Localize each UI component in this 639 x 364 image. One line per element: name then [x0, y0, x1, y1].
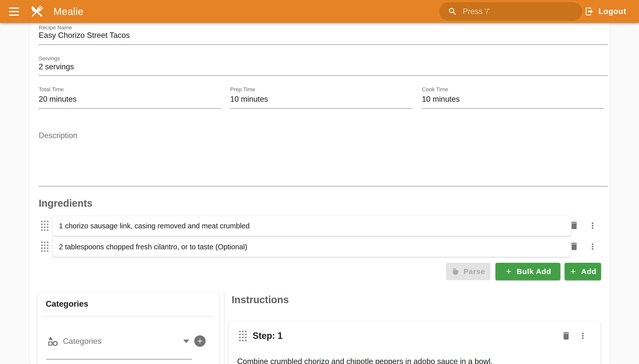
ingredient-row: [52, 237, 571, 257]
menu-button[interactable]: [8, 5, 21, 18]
ingredient-row: [52, 216, 571, 236]
drag-grip-icon: [41, 220, 49, 231]
kebab-menu-icon: [588, 242, 597, 251]
recipe-name-label: Recipe Name: [39, 24, 72, 31]
chevron-down-icon: [183, 340, 189, 343]
select-underline: [46, 359, 192, 360]
mealie-recipe-editor: Mealie Logout Recipe Name Servings Total…: [0, 0, 639, 364]
ingredient-input[interactable]: [58, 222, 565, 230]
recipe-name-input[interactable]: [39, 31, 605, 40]
parse-label: Parse: [464, 267, 485, 276]
menu-bar: [9, 11, 19, 12]
cook-time-label: Cook Time: [422, 86, 448, 93]
logout-icon: [585, 7, 594, 16]
ingredient-drag-handle[interactable]: [41, 220, 49, 232]
menu-bar: [9, 8, 19, 9]
description-label: Description: [39, 131, 77, 140]
ingredient-input[interactable]: [58, 242, 565, 251]
ingredient-menu-button[interactable]: [588, 242, 597, 252]
field-underline: [39, 75, 608, 76]
step-title: Step: 1: [253, 330, 283, 341]
bulk-add-button[interactable]: Bulk Add: [496, 263, 560, 280]
prep-time-input[interactable]: [230, 95, 410, 104]
field-underline: [39, 108, 221, 109]
instructions-heading: Instructions: [232, 294, 289, 306]
delete-step-button[interactable]: [561, 331, 571, 342]
card-divider: [42, 316, 214, 317]
trash-icon: [561, 331, 571, 341]
logout-button[interactable]: Logout: [583, 0, 628, 23]
mealie-logo-icon[interactable]: [29, 4, 45, 20]
ingredient-drag-handle[interactable]: [41, 241, 49, 253]
field-underline: [422, 108, 604, 109]
plus-icon: [505, 268, 513, 276]
prep-time-label: Prep Time: [230, 86, 255, 93]
drag-grip-icon: [239, 330, 247, 342]
field-underline: [39, 44, 608, 45]
cook-time-input[interactable]: [422, 95, 601, 104]
categories-card-title: Categories: [46, 299, 88, 309]
categories-select-placeholder: Categories: [63, 336, 102, 346]
step-drag-handle[interactable]: [239, 330, 247, 342]
ingredient-menu-button[interactable]: [588, 221, 597, 231]
shapes-icon: [47, 336, 58, 348]
step-menu-button[interactable]: [578, 331, 588, 341]
add-ingredient-button[interactable]: Add: [565, 263, 601, 280]
kebab-menu-icon: [578, 331, 588, 340]
parse-button[interactable]: Parse: [446, 263, 491, 280]
add-label: Add: [581, 267, 596, 276]
servings-input[interactable]: [39, 62, 605, 71]
menu-bar: [9, 14, 19, 16]
search-icon: [448, 7, 457, 16]
total-time-label: Total Time: [39, 86, 64, 93]
field-underline: [230, 108, 412, 109]
delete-ingredient-button[interactable]: [569, 241, 579, 252]
app-header: Mealie Logout: [0, 0, 639, 23]
plus-icon: [196, 337, 204, 345]
search-bar[interactable]: [439, 2, 582, 21]
servings-label: Servings: [39, 55, 60, 62]
column-divider: [224, 292, 225, 364]
plus-icon: [569, 268, 577, 276]
trash-icon: [569, 241, 579, 251]
app-title[interactable]: Mealie: [53, 0, 84, 23]
apple-icon: [452, 268, 460, 276]
create-category-button[interactable]: [194, 335, 206, 347]
description-textarea[interactable]: [39, 143, 606, 184]
bulk-add-label: Bulk Add: [517, 267, 551, 276]
trash-icon: [569, 220, 579, 230]
field-underline: [39, 186, 608, 186]
ingredients-heading: Ingredients: [39, 198, 93, 209]
search-input[interactable]: [462, 7, 582, 16]
delete-ingredient-button[interactable]: [569, 220, 579, 231]
logout-label: Logout: [598, 7, 626, 16]
drag-grip-icon: [41, 241, 49, 252]
step-text[interactable]: Combine crumbled chorizo and chipotle pe…: [237, 357, 592, 364]
total-time-input[interactable]: [39, 95, 219, 104]
kebab-menu-icon: [588, 221, 597, 230]
